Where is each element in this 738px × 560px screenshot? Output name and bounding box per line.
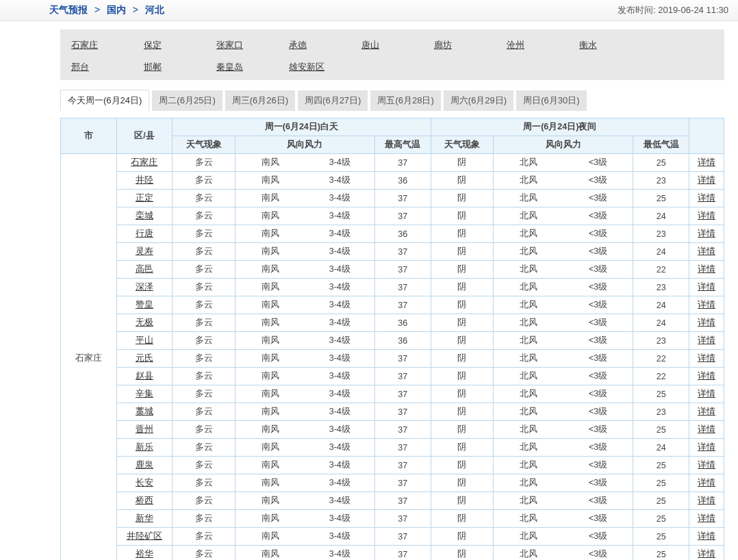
- night-phenomenon: 阴: [431, 154, 494, 172]
- day-phenomenon: 多云: [173, 314, 236, 332]
- detail-link[interactable]: 详情: [698, 389, 715, 398]
- detail-link[interactable]: 详情: [698, 531, 715, 541]
- date-tab[interactable]: 周三(6月26日): [225, 90, 295, 111]
- night-wind: 北风<3级: [494, 243, 633, 261]
- detail-cell: 详情: [689, 332, 724, 350]
- table-row: 桥西 多云 南风3-4级 37 阴 北风<3级 25 详情: [61, 492, 724, 510]
- table-row: 长安 多云 南风3-4级 37 阴 北风<3级 25 详情: [61, 474, 724, 492]
- date-tab[interactable]: 周二(6月25日): [152, 90, 222, 111]
- county-link[interactable]: 长安: [136, 478, 153, 487]
- date-tab[interactable]: 今天周一(6月24日): [60, 90, 149, 111]
- county-cell: 井陉矿区: [116, 528, 173, 546]
- county-link[interactable]: 新华: [136, 513, 153, 523]
- day-phenomenon: 多云: [173, 296, 236, 314]
- table-row: 深泽 多云 南风3-4级 37 阴 北风<3级 23 详情: [61, 279, 724, 296]
- detail-link[interactable]: 详情: [698, 246, 715, 256]
- city-link[interactable]: 沧州: [507, 36, 579, 58]
- detail-link[interactable]: 详情: [698, 407, 715, 416]
- night-phenomenon: 阴: [431, 350, 494, 368]
- county-link[interactable]: 灵寿: [136, 246, 153, 256]
- breadcrumb-province[interactable]: 河北: [145, 4, 164, 15]
- night-wind: 北风<3级: [494, 546, 633, 561]
- city-link[interactable]: 邢台: [71, 58, 144, 80]
- city-link[interactable]: 衡水: [579, 36, 652, 58]
- county-link[interactable]: 赞皇: [136, 300, 153, 309]
- detail-link[interactable]: 详情: [698, 175, 715, 185]
- table-row: 裕华 多云 南风3-4级 37 阴 北风<3级 25 详情: [61, 546, 724, 561]
- date-tab[interactable]: 周日(6月30日): [516, 90, 586, 111]
- county-link[interactable]: 深泽: [136, 282, 153, 292]
- detail-link[interactable]: 详情: [698, 193, 715, 203]
- detail-link[interactable]: 详情: [698, 424, 715, 434]
- detail-link[interactable]: 详情: [698, 371, 715, 381]
- date-tab[interactable]: 周六(6月29日): [444, 90, 513, 111]
- detail-link[interactable]: 详情: [698, 353, 715, 363]
- detail-link[interactable]: 详情: [698, 478, 715, 487]
- date-tab[interactable]: 周四(6月27日): [298, 90, 368, 111]
- county-link[interactable]: 晋州: [136, 424, 153, 434]
- county-link[interactable]: 辛集: [136, 389, 153, 398]
- detail-cell: 详情: [689, 474, 724, 492]
- detail-link[interactable]: 详情: [698, 442, 715, 452]
- table-row: 赞皇 多云 南风3-4级 37 阴 北风<3级 24 详情: [61, 296, 724, 314]
- city-link[interactable]: 石家庄: [71, 36, 144, 58]
- night-phenomenon: 阴: [431, 474, 494, 492]
- breadcrumb-forecast[interactable]: 天气预报: [49, 4, 88, 15]
- county-link[interactable]: 井陉矿区: [127, 531, 162, 541]
- county-link[interactable]: 裕华: [136, 549, 153, 559]
- detail-link[interactable]: 详情: [698, 460, 715, 470]
- detail-link[interactable]: 详情: [698, 335, 715, 345]
- city-link[interactable]: 秦皇岛: [216, 58, 289, 80]
- day-wind: 南风3-4级: [235, 474, 374, 492]
- city-link[interactable]: 廊坊: [434, 36, 507, 58]
- county-cell: 赞皇: [116, 296, 173, 314]
- detail-link[interactable]: 详情: [698, 282, 715, 292]
- detail-link[interactable]: 详情: [698, 229, 715, 238]
- city-link[interactable]: 唐山: [361, 36, 434, 58]
- detail-link[interactable]: 详情: [698, 300, 715, 309]
- detail-cell: 详情: [689, 314, 724, 332]
- breadcrumb-domestic[interactable]: 国内: [107, 4, 126, 15]
- county-link[interactable]: 平山: [136, 335, 153, 345]
- date-tabs: 今天周一(6月24日)周二(6月25日)周三(6月26日)周四(6月27日)周五…: [60, 90, 724, 111]
- county-link[interactable]: 鹿泉: [136, 460, 153, 470]
- county-cell: 鹿泉: [116, 457, 173, 474]
- night-phenomenon: 阴: [431, 261, 494, 279]
- detail-cell: 详情: [689, 546, 724, 561]
- city-link[interactable]: 承德: [289, 36, 361, 58]
- detail-cell: 详情: [689, 225, 724, 243]
- county-link[interactable]: 元氏: [136, 353, 153, 363]
- detail-link[interactable]: 详情: [698, 318, 715, 327]
- date-tab[interactable]: 周五(6月28日): [370, 90, 440, 111]
- county-link[interactable]: 井陉: [136, 175, 153, 185]
- detail-cell: 详情: [689, 279, 724, 296]
- city-link[interactable]: 张家口: [216, 36, 289, 58]
- night-phenomenon: 阴: [431, 207, 494, 225]
- detail-link[interactable]: 详情: [698, 513, 715, 523]
- detail-link[interactable]: 详情: [698, 157, 715, 167]
- high-temp: 37: [374, 261, 431, 279]
- county-link[interactable]: 石家庄: [131, 157, 157, 167]
- th-county: 区/县: [116, 118, 173, 154]
- county-link[interactable]: 行唐: [136, 229, 153, 238]
- county-link[interactable]: 无极: [136, 318, 153, 327]
- city-link[interactable]: 雄安新区: [289, 58, 361, 80]
- detail-link[interactable]: 详情: [698, 549, 715, 559]
- detail-link[interactable]: 详情: [698, 211, 715, 220]
- county-cell: 裕华: [116, 546, 173, 561]
- county-link[interactable]: 桥西: [136, 496, 153, 505]
- county-link[interactable]: 正定: [136, 193, 153, 203]
- high-temp: 37: [374, 510, 431, 528]
- detail-cell: 详情: [689, 492, 724, 510]
- county-link[interactable]: 藁城: [136, 407, 153, 416]
- detail-link[interactable]: 详情: [698, 264, 715, 274]
- county-link[interactable]: 栾城: [136, 211, 153, 220]
- city-link[interactable]: 保定: [144, 36, 216, 58]
- county-link[interactable]: 新乐: [136, 442, 153, 452]
- county-link[interactable]: 高邑: [136, 264, 153, 274]
- county-link[interactable]: 赵县: [136, 371, 153, 381]
- city-cell: 石家庄: [61, 154, 117, 561]
- city-link[interactable]: 邯郸: [144, 58, 216, 80]
- detail-link[interactable]: 详情: [698, 496, 715, 505]
- topbar: 天气预报 > 国内 > 河北 发布时间: 2019-06-24 11:30: [0, 0, 738, 21]
